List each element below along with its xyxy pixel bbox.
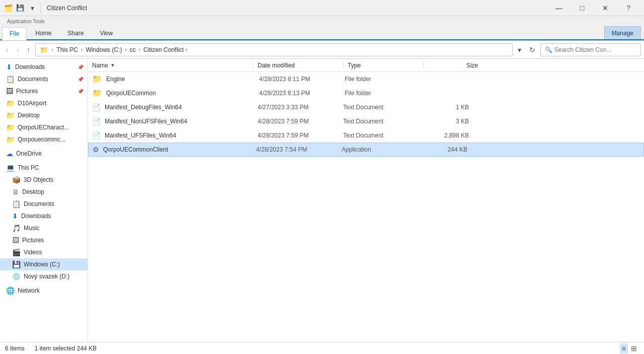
refresh-button[interactable]: ↻ xyxy=(526,44,538,56)
maximize-button[interactable]: □ xyxy=(571,0,594,16)
sidebar-item-3dobjects[interactable]: 📦 3D Objects xyxy=(0,174,88,186)
sidebar-item-d10airport[interactable]: 📁 D10Airport xyxy=(0,97,88,109)
file-name: Engine xyxy=(106,76,259,83)
col-size-header[interactable]: Size xyxy=(428,62,478,69)
sidebar-item-pictures-pinned[interactable]: 🖼 Pictures 📌 xyxy=(0,85,88,97)
address-sep4: › xyxy=(139,47,140,52)
file-type: Text Document xyxy=(343,118,419,125)
dvd-icon: 💿 xyxy=(12,272,21,280)
sidebar-item-windows-c[interactable]: 💾 Windows (C:) xyxy=(0,258,88,270)
sidebar-item-downloads[interactable]: ⬇ Downloads xyxy=(0,210,88,222)
dropdown-arrow-icon[interactable]: ▾ xyxy=(28,4,36,12)
context-label: Application Tools xyxy=(2,18,50,25)
minimize-button[interactable]: — xyxy=(547,0,571,16)
search-input[interactable] xyxy=(554,46,636,53)
pin-icon: 📌 xyxy=(77,64,84,70)
hdd-icon: 💾 xyxy=(12,260,21,268)
col-divider1 xyxy=(253,61,254,69)
sidebar-label: Documents xyxy=(24,200,54,207)
dropdown-button[interactable]: ▾ xyxy=(515,44,524,56)
sidebar-label: D10Airport xyxy=(18,100,46,107)
col-name-header[interactable]: Name ▼ xyxy=(92,62,253,69)
file-size: 244 KB xyxy=(417,146,467,153)
sidebar-item-music[interactable]: 🎵 Music xyxy=(0,222,88,234)
address-bar[interactable]: 📁 › This PC › Windows (C:) › cc › Citize… xyxy=(35,43,513,56)
sidebar-item-onedrive[interactable]: ☁ OneDrive xyxy=(0,148,88,160)
view-details-button[interactable]: ≡ xyxy=(620,343,628,353)
sidebar-item-desktop[interactable]: 🖥 Desktop xyxy=(0,186,88,198)
file-row-selected[interactable]: ⚙ QorpoUECommonClient 4/28/2023 7:54 PM … xyxy=(88,143,644,157)
file-row[interactable]: 📄 Manifest_UFSFiles_Win64 4/28/2023 7:59… xyxy=(88,128,644,143)
address-dropdown-icon: › xyxy=(186,47,187,52)
title-bar: 🗂️ 💾 ▾ Citizen Conflict — □ ✕ ? xyxy=(0,0,644,16)
sidebar-label: Downloads xyxy=(21,213,51,220)
sidebar-label: Qorpouecommc... xyxy=(18,136,65,143)
sidebar-item-qorpocharact[interactable]: 📁 QorpoUECharact... xyxy=(0,121,88,133)
file-date: 4/28/2023 7:59 PM xyxy=(258,132,343,139)
col-date-header[interactable]: Date modified xyxy=(258,62,343,69)
file-list: 📁 Engine 4/28/2023 8:11 PM File folder 📁… xyxy=(88,72,644,342)
tab-view[interactable]: View xyxy=(92,26,120,39)
tab-home[interactable]: Home xyxy=(28,26,59,39)
sidebar-item-documents[interactable]: 📋 Documents xyxy=(0,198,88,210)
file-row[interactable]: 📄 Manifest_DebugFiles_Win64 4/27/2023 3:… xyxy=(88,100,644,114)
pin-icon: 📌 xyxy=(77,89,84,94)
sidebar-item-documents-pinned[interactable]: 📋 Documents 📌 xyxy=(0,73,88,85)
view-large-button[interactable]: ⊞ xyxy=(629,343,639,353)
sidebar: ⬇ Downloads 📌 📋 Documents 📌 🖼 Pictures 📌… xyxy=(0,59,88,342)
file-type: Application xyxy=(342,146,417,153)
column-header: Name ▼ Date modified Type Size xyxy=(88,59,644,72)
window-title: Citizen Conflict xyxy=(47,5,87,12)
documents-icon: 📋 xyxy=(6,75,15,83)
file-type: Text Document xyxy=(343,104,419,111)
documents-icon2: 📋 xyxy=(12,200,21,208)
tab-manage[interactable]: Manage xyxy=(604,26,641,39)
address-windows[interactable]: Windows (C:) xyxy=(86,46,122,53)
file-name: Manifest_DebugFiles_Win64 xyxy=(105,104,258,111)
view-buttons: ≡ ⊞ xyxy=(620,343,639,353)
file-name: Manifest_NonUFSFiles_Win64 xyxy=(105,118,258,125)
file-name: Manifest_UFSFiles_Win64 xyxy=(105,132,258,139)
folder-icon: 📁 xyxy=(6,123,15,131)
text-file-icon: 📄 xyxy=(92,117,101,125)
sidebar-item-novy-svazek[interactable]: 💿 Nový svazek (D:) xyxy=(0,270,88,282)
search-box[interactable]: 🔍 xyxy=(540,43,641,56)
sidebar-item-thispc[interactable]: 💻 This PC xyxy=(0,162,88,174)
back-button[interactable]: ‹ xyxy=(3,44,12,56)
address-current[interactable]: Citizen Conflict xyxy=(143,46,184,53)
address-cc[interactable]: cc xyxy=(130,46,136,53)
sidebar-item-pictures[interactable]: 🖼 Pictures xyxy=(0,234,88,246)
sidebar-label: Desktop xyxy=(22,188,44,195)
sidebar-item-desktop-shortcut[interactable]: 📁 Desktop xyxy=(0,109,88,121)
tab-share[interactable]: Share xyxy=(60,26,91,39)
folder-nav-icon: 📁 xyxy=(40,46,48,54)
file-row[interactable]: 📁 Engine 4/28/2023 8:11 PM File folder xyxy=(88,72,644,86)
close-button[interactable]: ✕ xyxy=(594,0,617,16)
window-controls: — □ ✕ ? xyxy=(547,0,640,16)
col-type-header[interactable]: Type xyxy=(348,62,423,69)
forward-button[interactable]: › xyxy=(14,44,22,56)
sidebar-item-qorpocommon[interactable]: 📁 Qorpouecommc... xyxy=(0,133,88,146)
onedrive-icon: ☁ xyxy=(6,150,13,158)
up-button[interactable]: ↑ xyxy=(24,44,33,56)
sidebar-item-videos[interactable]: 🎬 Videos xyxy=(0,246,88,258)
quick-save-button[interactable]: 💾 xyxy=(14,3,26,13)
file-name: QorpoUECommonClient xyxy=(103,146,256,153)
sidebar-item-downloads-pinned[interactable]: ⬇ Downloads 📌 xyxy=(0,61,88,73)
file-row[interactable]: 📄 Manifest_NonUFSFiles_Win64 4/28/2023 7… xyxy=(88,114,644,128)
sidebar-item-network[interactable]: 🌐 Network xyxy=(0,285,88,297)
sidebar-label: Desktop xyxy=(18,112,40,119)
text-file-icon: 📄 xyxy=(92,131,101,139)
downloads-icon: ⬇ xyxy=(6,63,12,71)
file-row[interactable]: 📁 QorpoUECommon 4/28/2023 8:13 PM File f… xyxy=(88,86,644,100)
main-layout: ⬇ Downloads 📌 📋 Documents 📌 🖼 Pictures 📌… xyxy=(0,59,644,342)
help-button[interactable]: ? xyxy=(617,0,640,16)
desktop-icon: 🖥 xyxy=(12,188,19,196)
sidebar-label: 3D Objects xyxy=(24,176,53,183)
quick-access-toolbar: 🗂️ 💾 ▾ xyxy=(4,3,43,13)
thispc-icon: 💻 xyxy=(6,164,15,172)
address-thispc[interactable]: This PC xyxy=(56,46,78,53)
status-bar: 6 items 1 item selected 244 KB ≡ ⊞ xyxy=(0,342,644,354)
file-date: 4/28/2023 8:13 PM xyxy=(259,90,345,97)
tab-file[interactable]: File xyxy=(2,27,27,40)
